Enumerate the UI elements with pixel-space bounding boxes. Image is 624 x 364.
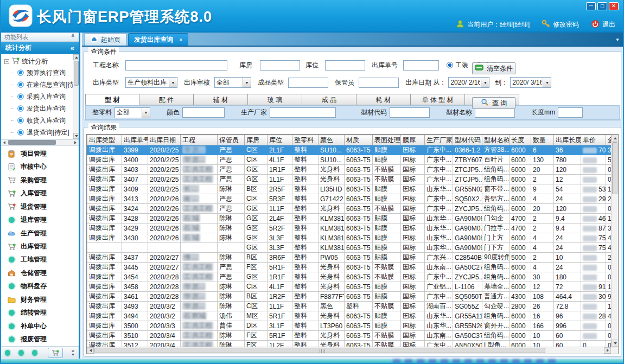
tab-material-3[interactable]: 玻 璃	[248, 94, 302, 105]
module-dot-icon[interactable]	[32, 350, 37, 356]
tab-material-6[interactable]: 单 体 型 材	[411, 94, 465, 105]
warehouse-input[interactable]	[260, 60, 300, 71]
column-header[interactable]: 金	[606, 135, 612, 145]
column-header[interactable]: 单价	[581, 135, 606, 145]
tab-material-0[interactable]: 型 材	[85, 94, 139, 105]
product-type-input[interactable]	[288, 78, 328, 88]
out-type-select[interactable]: 生产领料出库 ▼	[125, 77, 177, 88]
table-row[interactable]: 调拨出库34302020/2/26石 城陈琳G区3L3F整料KLM3817606…	[87, 233, 612, 243]
order-no-input[interactable]	[403, 60, 439, 71]
column-header[interactable]: 型材名称	[482, 135, 510, 145]
sidebar-item-inventory[interactable]: 物料盘存	[1, 280, 79, 293]
column-header[interactable]: 生产厂家	[425, 135, 453, 145]
profile-code-input[interactable]	[390, 107, 430, 118]
table-row[interactable]: 调拨出库34032020/2/25工 共工程严思G区1R1F整料光身料6063-…	[87, 165, 612, 175]
tree-scrollbar-vertical[interactable]	[73, 54, 79, 139]
table-row[interactable]: 调拨出库34242020/2/26工 共工程严思G区1L1F整料光身料6063-…	[87, 204, 612, 214]
more-modules-button[interactable]: »▼	[71, 349, 75, 356]
module-dot-icon[interactable]	[5, 350, 10, 356]
scrollbar-thumb[interactable]	[74, 61, 79, 86]
clear-conditions-button[interactable]: 清空条件	[472, 62, 515, 74]
whole-part-select[interactable]: 全部 ▼	[114, 107, 150, 118]
sidebar-item-inbound[interactable]: 入库管理	[1, 187, 79, 200]
scrollbar-thumb[interactable]	[8, 140, 56, 145]
tab-shipment-outbound-query[interactable]: 发货出库查询 ×	[128, 33, 188, 46]
column-header[interactable]: 出库日期	[148, 135, 181, 145]
close-button[interactable]: ✕	[609, 2, 619, 10]
sidebar-item-production[interactable]: 生产管理	[1, 227, 79, 240]
sidebar-item-stock-return[interactable]: 退库管理	[1, 213, 79, 226]
table-row[interactable]: 调拨出库34282020/2/26石 城陈琳G区2L4F整料KLM3817606…	[87, 214, 612, 223]
maximize-button[interactable]: □	[597, 2, 607, 10]
table-row[interactable]: 调拨出库34582020/2/28华 原...陈琳C区4L1F整料光身料6063…	[87, 282, 612, 292]
table-row[interactable]: 调拨出库35002020/3/3工 共工程曹佳D区3L1F整料LT3P60606…	[87, 321, 612, 331]
table-row[interactable]: G区3L3F整料KLM38176063-T5贴膜国标山东华...GA90M09.…	[87, 243, 612, 253]
table-row[interactable]: 调拨出库34942020/3/2石 辉城汤伟M区5R1F整料光身料6063-T5…	[87, 311, 612, 321]
tab-material-1[interactable]: 配 件	[139, 94, 194, 105]
tree-item[interactable]: 在途信息查询[待	[11, 79, 73, 91]
module-cart-button[interactable]	[48, 348, 63, 358]
tab-list-dropdown-icon[interactable]: ▼	[615, 37, 620, 42]
column-header[interactable]: 工程	[181, 135, 218, 145]
table-row[interactable]: 调拨出库34542020/2/28工 共工程严思G区1R1F整料光身料6063-…	[87, 272, 612, 282]
scroll-down-icon[interactable]	[612, 340, 619, 347]
column-header[interactable]: 整零料	[292, 135, 319, 145]
tab-close-icon[interactable]: ×	[179, 36, 182, 43]
table-row[interactable]: 调拨出库34932020/3/2华 原...陈琳C区1L1F整料黑色塑料不贴膜国…	[87, 302, 612, 311]
pin-icon[interactable]	[71, 33, 75, 41]
table-row[interactable]: 调拨出库34292020/2/26石 城陈琳G区5R2F整料KLM3817606…	[87, 223, 612, 233]
sidebar-item-finance[interactable]: 财务管理	[1, 293, 79, 306]
scroll-left-icon[interactable]	[1, 139, 8, 145]
sidebar-item-returns[interactable]: 退货管理	[1, 200, 79, 213]
search-button[interactable]: 查 询	[472, 97, 515, 109]
column-header[interactable]: 出库长度	[554, 135, 581, 145]
sidebar-section-header[interactable]: 统计分析 «	[1, 42, 79, 54]
column-header[interactable]: 出库类型	[87, 135, 122, 145]
scroll-up-icon[interactable]	[612, 135, 619, 142]
scroll-right-icon[interactable]	[604, 347, 611, 354]
sidebar-item-purchase[interactable]: 采购管理	[1, 174, 79, 187]
maker-input[interactable]	[270, 107, 336, 118]
column-header[interactable]: 数量	[531, 135, 554, 145]
tree-item[interactable]: 采购入库查询	[11, 91, 73, 103]
table-row[interactable]: 调拨出库35122020/3/4工 共工程陈琳F区1L2F整料光身料6063-T…	[87, 341, 612, 347]
tab-material-2[interactable]: 辅 材	[194, 94, 248, 105]
sidebar-item-scrap[interactable]: 报废管理	[1, 333, 79, 346]
table-row[interactable]: 调拨出库34002020/2/25华 原...严思C区4L1F整料SU10...…	[87, 155, 612, 165]
minimize-button[interactable]: ─	[586, 2, 596, 10]
sidebar-item-carryover[interactable]: 结转管理	[1, 306, 79, 320]
scrollbar-thumb[interactable]	[94, 348, 545, 353]
tree-item[interactable]: 退货查询[待定]	[11, 126, 73, 138]
column-header[interactable]: 出库单号	[122, 135, 148, 145]
sidebar-item-warehouse[interactable]: 仓储管理	[1, 266, 79, 279]
column-header[interactable]: 库位	[268, 135, 292, 145]
radio-gongzhuang[interactable]: 工装	[447, 61, 468, 70]
sidebar-item-audit[interactable]: 审核中心	[1, 160, 79, 173]
tab-material-5[interactable]: 耗 材	[356, 94, 411, 105]
scroll-down-icon[interactable]	[73, 133, 79, 139]
logout-button[interactable]: 退出	[591, 20, 615, 30]
color-input[interactable]	[182, 107, 225, 118]
out-audit-select[interactable]: 全部 ▼	[214, 77, 251, 88]
table-row[interactable]: 调拨出库34612020/2/28华 原...陈琳B区1R2F整料F8877FT…	[87, 292, 612, 302]
column-header[interactable]: 保管员	[218, 135, 245, 145]
grid-scrollbar-vertical[interactable]	[611, 135, 618, 347]
tree-item[interactable]: 收货入库查询	[11, 114, 73, 126]
tree-scrollbar-horizontal[interactable]	[1, 139, 79, 146]
sidebar-item-site[interactable]: 工地管理	[1, 253, 79, 266]
column-header[interactable]: 长度	[510, 135, 531, 145]
table-row[interactable]: 调拨出库35102020/3/4工 共工程陈琳F区5R1F整料光身料6063-T…	[87, 331, 612, 341]
tree-item[interactable]: 退库管理[待定]	[11, 138, 73, 139]
scrollbar-thumb[interactable]	[612, 142, 617, 194]
date-from-select[interactable]: 2020/ 2/16 ▼	[448, 77, 489, 88]
sidebar-item-project[interactable]: 项目管理	[1, 147, 79, 160]
tab-home[interactable]: 起始页	[84, 33, 126, 46]
table-row[interactable]: 调拨出库34372020/2/27佛 ...陈琳B区3R6F整料PW056063…	[87, 253, 612, 263]
location-input[interactable]	[325, 60, 365, 71]
column-header[interactable]: 表面处理	[373, 135, 401, 145]
tree-item[interactable]: 预算执行查询	[11, 67, 73, 79]
tree-item[interactable]: 发货出库查询	[11, 103, 73, 114]
scroll-left-icon[interactable]	[87, 347, 94, 354]
column-header[interactable]: 膜厚	[401, 135, 425, 145]
change-password-button[interactable]: 修改密码	[542, 20, 579, 30]
